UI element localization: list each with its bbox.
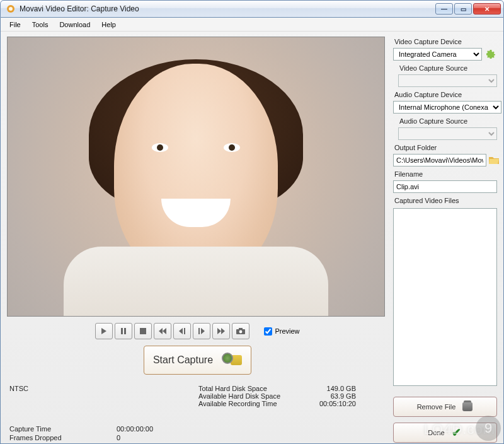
avail-rec-label: Available Recording Time <box>198 400 299 407</box>
minimize-button[interactable]: — <box>435 3 453 15</box>
captured-files-label: Captured Video Files <box>394 197 497 204</box>
check-icon: ✔ <box>451 427 462 438</box>
app-icon <box>6 4 16 14</box>
output-folder-input[interactable] <box>393 154 486 166</box>
avail-disk-label: Available Hard Disk Space <box>198 392 299 400</box>
step-back-button[interactable] <box>173 323 191 339</box>
status-area: NTSC Total Hard Disk Space149.0 GB Avail… <box>7 382 388 443</box>
snapshot-button[interactable] <box>232 323 249 339</box>
audio-device-label: Audio Capture Device <box>394 91 497 98</box>
remove-file-button[interactable]: Remove File <box>393 397 497 417</box>
fast-forward-button[interactable] <box>212 323 230 339</box>
video-source-select <box>398 74 497 87</box>
capture-time-value: 00:00:00:00 <box>117 425 180 433</box>
start-capture-label: Start Capture <box>153 354 213 366</box>
svg-point-16 <box>239 330 243 334</box>
titlebar: Movavi Video Editor: Capture Video — ▭ ✕ <box>0 0 504 18</box>
done-label: Done <box>428 429 444 436</box>
left-column: Preview Start Capture NTSC Total <box>7 37 388 443</box>
step-forward-button[interactable] <box>193 323 210 339</box>
main-area: Preview Start Capture NTSC Total <box>1 32 503 444</box>
video-device-select[interactable]: Integrated Camera <box>393 48 482 61</box>
frames-dropped-value: 0 <box>117 434 180 441</box>
captured-files-list[interactable] <box>393 208 497 386</box>
filename-label: Filename <box>394 170 497 178</box>
done-button[interactable]: Done ✔ <box>393 423 497 443</box>
preview-checkbox[interactable]: Preview <box>264 327 299 336</box>
rewind-button[interactable] <box>154 323 171 339</box>
svg-rect-5 <box>140 328 146 334</box>
output-folder-label: Output Folder <box>394 144 497 151</box>
svg-point-1 <box>9 7 13 11</box>
svg-rect-9 <box>184 328 185 334</box>
video-device-settings-button[interactable] <box>484 48 497 61</box>
menu-help[interactable]: Help <box>96 19 121 30</box>
video-source-label: Video Capture Source <box>399 64 497 72</box>
trash-icon <box>462 401 473 412</box>
camcorder-icon <box>222 353 242 368</box>
preview-checkbox-label: Preview <box>275 327 299 335</box>
browse-folder-button[interactable] <box>489 154 499 166</box>
filename-input[interactable] <box>393 180 497 193</box>
svg-marker-6 <box>159 328 163 334</box>
window-body: File Tools Download Help <box>0 18 504 444</box>
avail-disk-value: 63.9 GB <box>299 392 356 400</box>
frames-dropped-label: Frames Dropped <box>9 434 117 441</box>
svg-marker-8 <box>179 328 183 334</box>
preview-checkbox-input[interactable] <box>264 327 272 336</box>
audio-device-select[interactable]: Internal Microphone (Conexa <box>393 101 501 114</box>
menu-file[interactable]: File <box>4 19 26 30</box>
pause-button[interactable] <box>115 323 132 339</box>
audio-source-label: Audio Capture Source <box>399 117 497 125</box>
menubar: File Tools Download Help <box>1 18 503 32</box>
play-button[interactable] <box>95 323 113 339</box>
ntsc-label: NTSC <box>9 385 28 392</box>
total-disk-label: Total Hard Disk Space <box>198 385 299 392</box>
svg-marker-11 <box>201 328 205 334</box>
capture-time-label: Capture Time <box>9 425 117 433</box>
svg-marker-7 <box>163 328 166 334</box>
video-preview <box>7 37 385 317</box>
playback-controls: Preview <box>7 323 388 339</box>
svg-marker-13 <box>221 328 225 334</box>
menu-download[interactable]: Download <box>54 19 95 30</box>
svg-rect-4 <box>124 328 126 334</box>
svg-rect-10 <box>198 328 200 334</box>
window-title: Movavi Video Editor: Capture Video <box>20 4 435 13</box>
video-device-label: Video Capture Device <box>394 38 497 45</box>
folder-icon <box>489 156 499 165</box>
menu-tools[interactable]: Tools <box>27 19 54 30</box>
svg-marker-2 <box>101 328 106 334</box>
audio-source-select <box>398 127 497 140</box>
gear-icon <box>486 49 496 59</box>
svg-rect-15 <box>239 328 243 330</box>
svg-rect-3 <box>121 328 123 334</box>
total-disk-value: 149.0 GB <box>299 385 356 392</box>
remove-file-label: Remove File <box>417 403 456 411</box>
maximize-button[interactable]: ▭ <box>454 3 472 15</box>
svg-marker-12 <box>217 328 221 334</box>
window-buttons: — ▭ ✕ <box>435 3 501 15</box>
avail-rec-value: 00:05:10:20 <box>299 400 356 407</box>
stop-button[interactable] <box>134 323 152 339</box>
start-capture-button[interactable]: Start Capture <box>144 346 251 375</box>
right-panel: Video Capture Device Integrated Camera V… <box>393 37 497 443</box>
close-button[interactable]: ✕ <box>473 3 501 15</box>
